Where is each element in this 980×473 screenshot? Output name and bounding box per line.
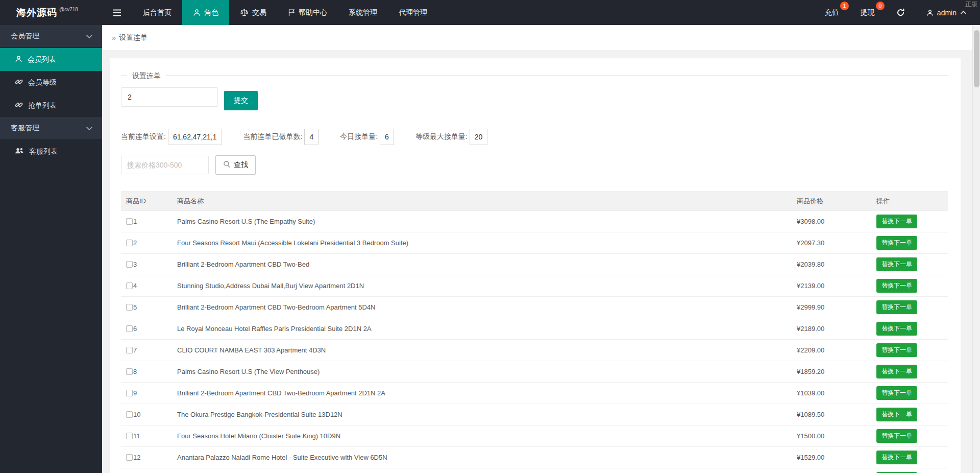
breadcrumb-separator-icon: »	[112, 33, 116, 42]
row-id: 6	[133, 325, 137, 333]
sidebar-item-label: 抢单列表	[28, 101, 57, 110]
row-name: Stunning Studio,Address Dubai Mall,Burj …	[172, 275, 792, 297]
row-name: Le Royal Monceau Hotel Raffles Paris Pre…	[172, 318, 792, 340]
hamburger-icon	[113, 9, 121, 16]
row-id: 5	[133, 303, 137, 311]
sidebar-item-member-list[interactable]: 会员列表	[0, 48, 102, 71]
row-action-button[interactable]: 替换下一单	[876, 300, 917, 314]
sidebar-item-grab-list[interactable]: 抢单列表	[0, 94, 102, 117]
row-checkbox[interactable]	[126, 368, 133, 375]
row-checkbox[interactable]	[126, 304, 133, 311]
recharge-label: 充值	[825, 8, 839, 17]
recharge-badge: 1	[840, 2, 849, 10]
person-icon	[926, 9, 934, 16]
nav-item-help[interactable]: 帮助中心	[277, 0, 338, 25]
row-action-button[interactable]: 替换下一单	[876, 386, 917, 400]
nav-label: 代理管理	[399, 8, 427, 17]
row-name: Brilliant 2-Bedroom Apartment CBD Two-Be…	[172, 254, 792, 275]
row-name: Brilliant 2-Bedroom Apartment CBD Two-Be…	[172, 383, 792, 404]
group-title: 会员管理	[11, 32, 39, 41]
chain-form-row: 提交	[121, 87, 948, 110]
row-action-button[interactable]: 替换下一单	[876, 343, 917, 357]
chevron-down-icon	[86, 124, 93, 132]
column-header-name: 商品名称	[172, 192, 792, 211]
product-table: 商品ID 商品名称 商品价格 操作 1 Palms Casino Resort …	[121, 191, 948, 473]
row-price: ¥1529.00	[792, 447, 871, 468]
row-checkbox[interactable]	[126, 261, 133, 268]
row-price: ¥1039.00	[792, 383, 871, 404]
row-action-button[interactable]: 替换下一单	[876, 365, 917, 379]
collapse-menu-button[interactable]	[102, 0, 132, 25]
table-row: 8 Palms Casino Resort U.S (The View Pent…	[121, 361, 948, 383]
row-price: ¥2209.00	[792, 340, 871, 361]
breadcrumb: » 设置连单	[102, 25, 972, 50]
admin-app: 海外源码 @cv718 后台首页 角色 交易	[0, 0, 980, 473]
main-area: » 设置连单 设置连单 提交 当前连单设置: 61,62,47,21,1 当前连…	[102, 25, 980, 473]
row-price: ¥2039.80	[792, 254, 871, 275]
column-header-price: 商品价格	[792, 192, 871, 211]
row-action-button[interactable]: 替换下一单	[876, 429, 917, 443]
stat-label: 等级最大接单量:	[415, 132, 468, 141]
row-checkbox[interactable]	[126, 433, 133, 439]
refresh-icon	[896, 8, 905, 17]
row-checkbox[interactable]	[126, 454, 133, 461]
refresh-button[interactable]	[886, 0, 916, 25]
recharge-button[interactable]: 充值 1	[814, 0, 850, 25]
scrollbar-thumb[interactable]	[974, 30, 979, 87]
table-row: 12 Anantara Palazzo Naiadi Rome Hotel - …	[121, 447, 948, 468]
price-search-input[interactable]	[121, 156, 209, 174]
stat-label: 今日接单量:	[340, 132, 378, 141]
row-checkbox[interactable]	[126, 282, 133, 289]
vertical-scrollbar	[972, 25, 980, 473]
stat-value: 4	[304, 129, 318, 145]
row-checkbox[interactable]	[126, 218, 133, 225]
sidebar-item-label: 客服列表	[29, 147, 58, 156]
sidebar-group-service[interactable]: 客服管理	[0, 117, 102, 140]
stat-max-orders: 等级最大接单量: 20	[415, 129, 487, 145]
row-action-button[interactable]: 替换下一单	[876, 215, 917, 228]
chevron-down-icon	[86, 32, 93, 40]
table-row: 4 Stunning Studio,Address Dubai Mall,Bur…	[121, 275, 948, 297]
nav-label: 角色	[204, 8, 218, 17]
row-action-button[interactable]: 替换下一单	[876, 322, 917, 336]
nav-item-role[interactable]: 角色	[182, 0, 229, 25]
table-row: 10 The Okura Prestige Bangkok-Presidenti…	[121, 404, 948, 425]
stat-label: 当前连单已做单数:	[243, 132, 303, 141]
row-action-button[interactable]: 替换下一单	[876, 236, 917, 250]
row-checkbox[interactable]	[126, 347, 133, 353]
row-checkbox[interactable]	[126, 411, 133, 418]
submit-button[interactable]: 提交	[224, 91, 258, 110]
row-name: Four Seasons Hotel Milano (Cloister Suit…	[172, 425, 792, 447]
flag-icon	[288, 9, 295, 16]
row-id: 10	[133, 411, 140, 418]
chain-count-input[interactable]	[121, 87, 218, 107]
row-id: 3	[133, 261, 137, 268]
sidebar-item-member-level[interactable]: 会员等级	[0, 71, 102, 94]
nav-item-agent[interactable]: 代理管理	[388, 0, 438, 25]
row-checkbox[interactable]	[126, 240, 133, 246]
watermark-label: 正版	[965, 1, 977, 8]
username: admin	[937, 9, 957, 17]
stat-label: 当前连单设置:	[121, 132, 166, 141]
nav-label: 帮助中心	[299, 8, 327, 17]
row-checkbox[interactable]	[126, 325, 133, 332]
row-checkbox[interactable]	[126, 390, 133, 396]
chevron-up-icon	[960, 10, 967, 15]
row-price: ¥1089.50	[792, 404, 871, 425]
withdraw-button[interactable]: 提现 0	[850, 0, 886, 25]
withdraw-label: 提现	[861, 8, 875, 17]
row-action-button[interactable]: 替换下一单	[876, 257, 917, 271]
table-row: 9 Brilliant 2-Bedroom Apartment CBD Two-…	[121, 383, 948, 404]
search-button[interactable]: 查找	[215, 155, 256, 175]
nav-item-trade[interactable]: 交易	[229, 0, 277, 25]
row-name: CLIO COURT NAMBA EAST 303 Apartment 4D3N	[172, 340, 792, 361]
row-action-button[interactable]: 替换下一单	[876, 451, 917, 464]
row-action-button[interactable]: 替换下一单	[876, 279, 917, 293]
nav-item-home[interactable]: 后台首页	[132, 0, 182, 25]
product-table-body: 1 Palms Casino Resort U.S (The Empathy S…	[121, 211, 948, 473]
row-action-button[interactable]: 替换下一单	[876, 408, 917, 421]
nav-item-system[interactable]: 系统管理	[338, 0, 388, 25]
sidebar-group-member[interactable]: 会员管理	[0, 25, 102, 48]
sidebar-item-service-list[interactable]: 客服列表	[0, 140, 102, 163]
row-id: 2	[133, 239, 137, 247]
